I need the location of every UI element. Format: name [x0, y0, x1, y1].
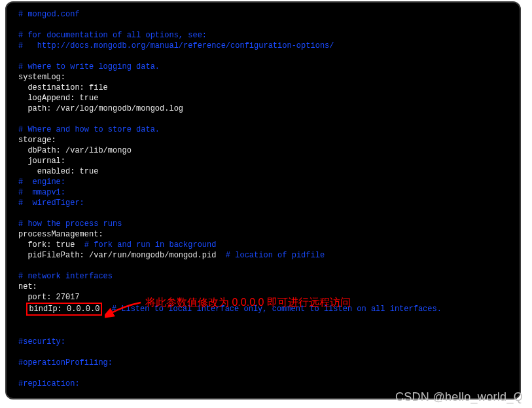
- watermark: CSDN @hello_world_Q: [395, 390, 523, 404]
- code-line: #replication:: [18, 379, 508, 389]
- code-line: [18, 368, 508, 379]
- code-line: # network interfaces: [18, 271, 508, 282]
- code-line: enabled: true: [18, 166, 508, 177]
- code-line: logAppend: true: [18, 93, 508, 103]
- code-line: #operationProfiling:: [18, 358, 508, 368]
- code-line: # Where and how to store data.: [18, 124, 508, 135]
- code-line: #security:: [18, 337, 508, 347]
- code-line: fork: true # fork and run in background: [18, 240, 508, 250]
- code-line: # http://docs.mongodb.org/manual/referen…: [18, 41, 508, 51]
- bindip-highlight: bindIp: 0.0.0.0: [26, 303, 102, 316]
- code-line: [18, 347, 508, 358]
- code-line: [18, 326, 508, 337]
- code-line: pidFilePath: /var/run/mongodb/mongod.pid…: [18, 250, 508, 261]
- code-line: storage:: [18, 135, 508, 145]
- code-line: dbPath: /var/lib/mongo: [18, 145, 508, 156]
- code-line: # engine:: [18, 177, 508, 187]
- code-line: systemLog:: [18, 72, 508, 83]
- code-line: # how the process runs: [18, 219, 508, 229]
- code-line: # where to write logging data.: [18, 62, 508, 72]
- code-line: path: /var/log/mongodb/mongod.log: [18, 103, 508, 114]
- terminal-window: # mongod.conf # for documentation of all…: [5, 1, 521, 399]
- code-line: # mongod.conf: [18, 9, 508, 20]
- code-line: bindIp: 0.0.0.0 # Listen to local interf…: [18, 303, 508, 316]
- code-line: [18, 51, 508, 62]
- config-file-content: # mongod.conf # for documentation of all…: [18, 9, 508, 399]
- code-line: [18, 114, 508, 124]
- code-line: journal:: [18, 156, 508, 166]
- code-line: port: 27017: [18, 292, 508, 303]
- code-line: # mmapv1:: [18, 187, 508, 198]
- code-line: [18, 208, 508, 219]
- code-line: net:: [18, 282, 508, 292]
- code-line: [18, 20, 508, 30]
- code-line: [18, 316, 508, 326]
- code-line: destination: file: [18, 83, 508, 93]
- code-line: # for documentation of all options, see:: [18, 30, 508, 41]
- code-line: # wiredTiger:: [18, 198, 508, 208]
- code-line: processManagement:: [18, 229, 508, 240]
- code-line: [18, 261, 508, 271]
